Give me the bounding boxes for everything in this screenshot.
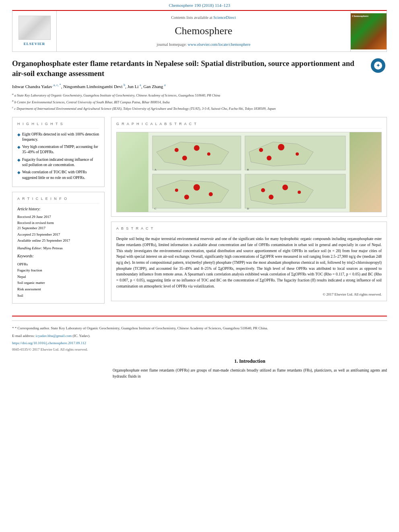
article-info-header: A R T I C L E I N F O bbox=[17, 196, 99, 203]
revised-date-val: 21 September 2017 bbox=[17, 226, 45, 230]
bullet-2: ◆ bbox=[17, 144, 21, 150]
revised-label: Received in revised form bbox=[17, 221, 54, 225]
svg-point-21 bbox=[296, 152, 299, 156]
affiliation-b: b b Centre for Environmental Sciences, C… bbox=[12, 99, 387, 105]
corresponding-note-text: * bbox=[12, 326, 15, 330]
author4-affil: a bbox=[164, 83, 166, 87]
article-title-block: Organophosphate ester flame retardants i… bbox=[12, 58, 387, 79]
journal-homepage-line: journal homepage: www.elsevier.com/locat… bbox=[156, 42, 250, 47]
highlight-text-1: Eight OPFRs detected in soil with 100% d… bbox=[22, 132, 99, 143]
authors-line: Ishwar Chandra Yadav a, c, *, Ningombam … bbox=[12, 83, 387, 90]
homepage-prefix-text: journal homepage: bbox=[156, 42, 187, 47]
intro-right-col: 1. Introduction Organophosphate ester fl… bbox=[113, 358, 387, 380]
sciencedirect-availability: Contents lists available at ScienceDirec… bbox=[171, 15, 236, 21]
highlight-item-2: ◆ Very high concentration of TMPP; accou… bbox=[17, 144, 99, 155]
elsevier-tree-image bbox=[19, 16, 51, 40]
doi-link[interactable]: https://doi.org/10.1016/j.chemosphere.20… bbox=[12, 341, 86, 345]
cover-journal-title: Chemosphere bbox=[352, 14, 368, 18]
corresponding-affil-text: * Corresponding author. State Key Labora… bbox=[15, 326, 268, 330]
highlight-text-4: Weak correlation of TOC/BC with OPFRs su… bbox=[22, 170, 99, 181]
elsevier-tree-svg bbox=[21, 17, 49, 39]
right-column: G R A P H I C A L A B S T R A C T bbox=[111, 117, 387, 308]
abstract-text: Despite soil being the major terrestrial… bbox=[116, 236, 382, 289]
author1-affil: a, c, * bbox=[53, 83, 61, 87]
journal-main-title: Chemosphere bbox=[175, 24, 232, 38]
elsevier-logo: ELSEVIER bbox=[19, 16, 51, 47]
affil-b-text: b Centre for Environmental Sciences, Cen… bbox=[14, 100, 170, 104]
journal-header: ELSEVIER Contents lists available at Sci… bbox=[12, 10, 387, 51]
bullet-3: ◆ bbox=[17, 157, 21, 163]
keyword-4: Soil organic matter bbox=[17, 280, 99, 286]
svg-point-30 bbox=[269, 195, 274, 199]
highlight-item-1: ◆ Eight OPFRs detected in soil with 100%… bbox=[17, 132, 99, 143]
svg-point-5 bbox=[39, 23, 42, 26]
footer-section: * * Corresponding author. State Key Labo… bbox=[12, 320, 387, 352]
homepage-link[interactable]: www.elsevier.com/locate/chemosphere bbox=[188, 42, 251, 47]
graphical-abstract-header: G R A P H I C A L A B S T R A C T bbox=[116, 121, 382, 129]
svg-text:A: A bbox=[154, 168, 156, 171]
highlights-box: H I G H L I G H T S ◆ Eight OPFRs detect… bbox=[12, 117, 105, 187]
rights-line: 0045-6535/© 2017 Elsevier Ltd. All right… bbox=[12, 347, 387, 352]
elsevier-logo-section: ELSEVIER bbox=[12, 11, 57, 51]
graphical-abstract-image: A B C D bbox=[116, 132, 382, 212]
svg-point-18 bbox=[182, 156, 187, 160]
affil-sup-b: b bbox=[12, 99, 14, 103]
email-label: E-mail address: bbox=[12, 334, 35, 338]
journal-reference-bar: Chemosphere 190 (2018) 114–123 bbox=[0, 0, 399, 10]
svg-text:B: B bbox=[247, 168, 249, 171]
svg-point-4 bbox=[27, 25, 30, 27]
affil-c-text: c Department of International Environmen… bbox=[14, 107, 276, 111]
affil-sup-a: a bbox=[12, 92, 14, 96]
keyword-2: Fugacity fraction bbox=[17, 268, 99, 273]
email-attribution: (IC. Yadav). bbox=[72, 334, 90, 338]
highlight-text-2: Very high concentration of TMPP; account… bbox=[22, 144, 99, 155]
handling-editor-row: Handling Editor: Myro Petreas bbox=[17, 246, 99, 251]
svg-point-19 bbox=[259, 148, 263, 152]
page-container: Chemosphere 190 (2018) 114–123 ELSEVIER bbox=[0, 0, 399, 380]
journal-ref-text: Chemosphere 190 (2018) 114–123 bbox=[169, 3, 230, 8]
keyword-6: Soil bbox=[17, 293, 99, 298]
affil-a-text: a State Key Laboratory of Organic Geoche… bbox=[14, 93, 220, 97]
abstract-copyright: © 2017 Elsevier Ltd. All rights reserved… bbox=[116, 292, 382, 297]
svg-text:C: C bbox=[154, 207, 156, 210]
svg-point-17 bbox=[207, 152, 210, 156]
crossmark-badge: ✦ bbox=[371, 58, 387, 74]
svg-point-22 bbox=[267, 156, 271, 160]
email-line: E-mail address: icyadav.bhu@gmail.com (I… bbox=[12, 333, 387, 339]
svg-point-26 bbox=[184, 195, 189, 199]
article-history-label: Article history: bbox=[17, 207, 99, 212]
crossmark-inner: ✦ bbox=[374, 62, 382, 70]
accepted-date: Accepted 23 September 2017 bbox=[17, 232, 99, 237]
intro-left-col bbox=[12, 358, 105, 380]
graphical-abstract-box: G R A P H I C A L A B S T R A C T bbox=[111, 117, 387, 217]
highlight-item-4: ◆ Weak correlation of TOC/BC with OPFRs … bbox=[17, 170, 99, 181]
sciencedirect-link[interactable]: ScienceDirect bbox=[213, 15, 236, 20]
abstract-box: A B S T R A C T Despite soil being the m… bbox=[111, 222, 387, 302]
introduction-section: 1. Introduction Organophosphate ester fl… bbox=[12, 358, 387, 380]
bullet-1: ◆ bbox=[17, 132, 21, 138]
author2-affil: b bbox=[123, 83, 125, 87]
article-content: Organophosphate ester flame retardants i… bbox=[12, 52, 387, 308]
email-address-link[interactable]: icyadav.bhu@gmail.com bbox=[35, 334, 72, 338]
handling-editor-name: Myro Petreas bbox=[43, 246, 63, 250]
svg-text:D: D bbox=[247, 207, 249, 210]
graphical-abstract-svg: A B C D bbox=[117, 132, 381, 212]
available-date: Available online 25 September 2017 bbox=[17, 238, 99, 243]
corresponding-note: * * Corresponding author. State Key Labo… bbox=[12, 326, 387, 331]
article-info-box: A R T I C L E I N F O Article history: R… bbox=[12, 192, 105, 304]
keyword-1: OPFRs bbox=[17, 262, 99, 267]
svg-point-15 bbox=[175, 148, 179, 152]
intro-paragraph: Organophosphate ester flame retardants (… bbox=[113, 368, 387, 379]
intro-section-label: Introduction bbox=[239, 358, 265, 364]
keyword-3: Nepal bbox=[17, 274, 99, 279]
svg-point-27 bbox=[261, 188, 265, 192]
svg-rect-0 bbox=[21, 17, 49, 39]
keywords-label: Keywords: bbox=[17, 254, 99, 259]
revised-date: Received in revised form 21 September 20… bbox=[17, 220, 99, 230]
svg-point-28 bbox=[282, 185, 288, 190]
svg-point-2 bbox=[29, 23, 40, 33]
article-title-text: Organophosphate ester flame retardants i… bbox=[12, 59, 354, 78]
affiliation-a: a a State Key Laboratory of Organic Geoc… bbox=[12, 92, 387, 98]
highlight-text-3: Fugacity fraction indicated strong influ… bbox=[22, 157, 99, 168]
main-two-col: H I G H L I G H T S ◆ Eight OPFRs detect… bbox=[12, 117, 387, 308]
